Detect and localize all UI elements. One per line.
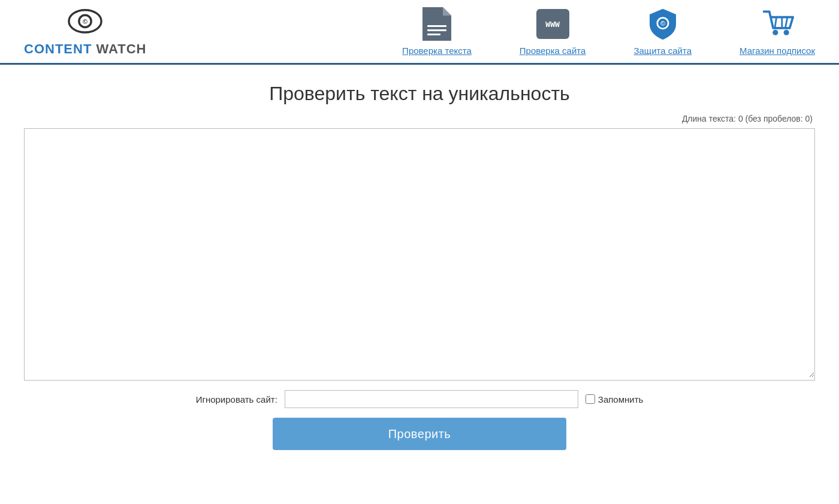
logo-text: CONTENT WATCH: [24, 41, 146, 57]
cart-icon: [761, 8, 794, 41]
nav-label-site-protect: Защита сайта: [633, 46, 692, 56]
document-icon: [420, 8, 453, 41]
www-icon: WWW: [536, 8, 569, 41]
svg-rect-7: [427, 34, 440, 35]
svg-marker-4: [443, 7, 451, 16]
svg-point-14: [783, 30, 789, 35]
svg-rect-5: [427, 25, 446, 27]
svg-rect-6: [427, 29, 446, 31]
site-header: © CONTENT WATCH Проверка текста WWW: [0, 0, 839, 65]
text-length-info: Длина текста: 0 (без пробелов: 0): [24, 114, 815, 123]
remember-checkbox[interactable]: [586, 394, 595, 404]
check-button[interactable]: Проверить: [273, 418, 566, 450]
ignore-site-label: Игнорировать сайт:: [196, 394, 277, 405]
text-input[interactable]: [25, 129, 814, 378]
logo-icon: ©: [64, 6, 106, 39]
text-area-container: [24, 128, 815, 381]
nav-item-subscription-store[interactable]: Магазин подписок: [740, 8, 815, 56]
ignore-site-input[interactable]: [285, 390, 578, 408]
svg-line-10: [774, 17, 776, 28]
remember-label-text: Запомнить: [598, 394, 644, 405]
nav-label-subscription-store: Магазин подписок: [740, 46, 815, 56]
svg-text:©: ©: [660, 20, 665, 27]
nav-item-text-check[interactable]: Проверка текста: [402, 8, 472, 56]
svg-text:©: ©: [83, 18, 87, 25]
nav-label-site-check: Проверка сайта: [520, 46, 586, 56]
nav-item-site-protect[interactable]: © Защита сайта: [633, 8, 692, 56]
nav-item-site-check[interactable]: WWW Проверка сайта: [520, 8, 586, 56]
page-title: Проверить текст на уникальность: [24, 83, 815, 105]
svg-point-13: [772, 30, 778, 35]
nav-label-text-check: Проверка текста: [402, 46, 472, 56]
shield-icon: ©: [646, 8, 679, 41]
main-nav: Проверка текста WWW Проверка сайта © Защ…: [402, 8, 815, 56]
remember-label[interactable]: Запомнить: [586, 394, 644, 405]
ignore-row: Игнорировать сайт: Запомнить: [24, 390, 815, 408]
svg-line-12: [785, 17, 787, 28]
logo[interactable]: © CONTENT WATCH: [24, 6, 146, 57]
main-content: Проверить текст на уникальность Длина те…: [0, 65, 839, 468]
